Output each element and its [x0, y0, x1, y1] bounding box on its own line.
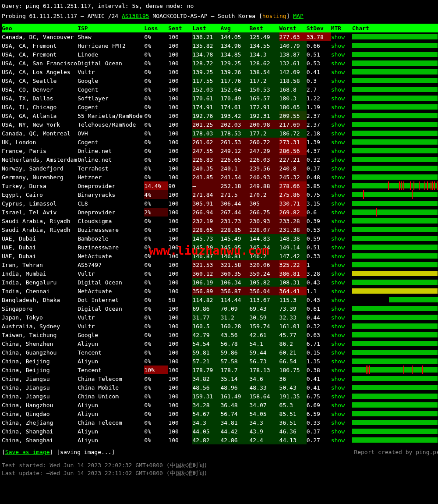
- cell-mtr[interactable]: show: [331, 181, 352, 190]
- cell-mtr[interactable]: show: [331, 208, 352, 217]
- cell-sent: 100: [168, 138, 192, 146]
- cell-mtr[interactable]: show: [331, 366, 352, 374]
- cell-chart: [352, 339, 438, 348]
- cell-geo: UAE, Dubai: [2, 252, 78, 260]
- cell-avg: 321.58: [220, 260, 249, 269]
- cell-worst: 277.63: [279, 32, 307, 41]
- cell-mtr[interactable]: show: [331, 32, 352, 41]
- cell-mtr[interactable]: show: [331, 59, 352, 67]
- cell-mtr[interactable]: show: [331, 409, 352, 418]
- cell-mtr[interactable]: show: [331, 129, 352, 138]
- cell-isp: Tencent: [78, 348, 144, 357]
- cell-sent: 100: [168, 146, 192, 155]
- cell-worst: 233.28: [279, 217, 307, 225]
- cell-isp: China Telecom: [78, 418, 144, 427]
- cell-mtr[interactable]: show: [331, 243, 352, 252]
- table-row: USA, TX, DallasSoftlayer0%100170.61170.4…: [2, 94, 438, 103]
- cell-best: 134.3: [250, 50, 279, 59]
- cell-mtr[interactable]: show: [331, 304, 352, 313]
- cell-worst: 180.05: [279, 103, 307, 111]
- cell-mtr[interactable]: show: [331, 401, 352, 409]
- cell-mtr[interactable]: show: [331, 199, 352, 208]
- cell-mtr[interactable]: show: [331, 138, 352, 146]
- cell-sent: 100: [168, 427, 192, 436]
- cell-mtr[interactable]: show: [331, 190, 352, 199]
- cell-loss: 10%: [144, 366, 168, 374]
- cell-chart: [352, 225, 438, 234]
- cell-last: 48.56: [192, 383, 220, 392]
- cell-last: 106.19: [192, 278, 220, 287]
- cell-chart: [352, 190, 438, 199]
- cell-mtr[interactable]: show: [331, 374, 352, 383]
- cell-stdev: 0.66: [307, 41, 331, 50]
- col-geo: Geo: [2, 24, 78, 32]
- cell-mtr[interactable]: show: [331, 252, 352, 260]
- cell-loss: 0%: [144, 252, 168, 260]
- cell-mtr[interactable]: show: [331, 269, 352, 278]
- cell-chart: [352, 138, 438, 146]
- cell-isp: Cogent: [78, 85, 144, 94]
- cell-mtr[interactable]: show: [331, 313, 352, 322]
- map-link[interactable]: MAP: [293, 13, 303, 19]
- cell-mtr[interactable]: show: [331, 85, 352, 94]
- table-row: China, BeijingTencent10%100178.79178.717…: [2, 366, 438, 374]
- cell-avg: 31.2: [220, 313, 249, 322]
- cell-mtr[interactable]: show: [331, 225, 352, 234]
- cell-best: 144.83: [250, 234, 279, 243]
- cell-best: 145.24: [250, 243, 279, 252]
- cell-sent: 100: [168, 85, 192, 94]
- table-row: Egypt, CairoBinaryracks4%100271.84271.52…: [2, 190, 438, 199]
- cell-mtr[interactable]: show: [331, 50, 352, 59]
- cell-mtr[interactable]: show: [331, 436, 352, 444]
- cell-sent: 100: [168, 366, 192, 374]
- table-row: Australia, SydneyVultr0%100160.5160.2815…: [2, 322, 438, 330]
- cell-best: 69.43: [250, 304, 279, 313]
- cell-mtr[interactable]: show: [331, 41, 352, 50]
- asn-link[interactable]: AS138195: [122, 13, 149, 19]
- cell-worst: 66.54: [279, 357, 307, 366]
- cell-chart: [352, 409, 438, 418]
- cell-avg: 117.76: [220, 76, 249, 85]
- cell-mtr[interactable]: show: [331, 418, 352, 427]
- cell-mtr[interactable]: show: [331, 392, 352, 401]
- cell-mtr[interactable]: show: [331, 278, 352, 287]
- cell-worst: 147.42: [279, 252, 307, 260]
- cell-mtr[interactable]: show: [331, 67, 352, 76]
- cell-mtr[interactable]: show: [331, 173, 352, 181]
- cell-mtr[interactable]: show: [331, 111, 352, 120]
- cell-mtr[interactable]: show: [331, 287, 352, 295]
- cell-mtr[interactable]: show: [331, 94, 352, 103]
- cell-mtr[interactable]: show: [331, 155, 352, 164]
- cell-isp: Google: [78, 330, 144, 339]
- cell-stdev: 0.48: [307, 173, 331, 181]
- cell-mtr[interactable]: show: [331, 217, 352, 225]
- cell-worst: 180.75: [279, 366, 307, 374]
- cell-mtr[interactable]: show: [331, 260, 352, 269]
- cell-mtr[interactable]: show: [331, 427, 352, 436]
- cell-isp: Aliyun: [78, 409, 144, 418]
- cell-mtr[interactable]: show: [331, 76, 352, 85]
- cell-isp: Buzinessware: [78, 225, 144, 234]
- cell-avg: 106.34: [220, 278, 249, 287]
- cell-last: 134.78: [192, 50, 220, 59]
- save-link[interactable]: Save as image: [5, 449, 50, 455]
- cell-mtr[interactable]: show: [331, 330, 352, 339]
- cell-mtr[interactable]: show: [331, 383, 352, 392]
- cell-mtr[interactable]: show: [331, 295, 352, 304]
- cell-mtr[interactable]: show: [331, 357, 352, 366]
- cell-last: 135.82: [192, 41, 220, 50]
- cell-mtr[interactable]: show: [331, 164, 352, 173]
- cell-mtr[interactable]: show: [331, 234, 352, 243]
- cell-mtr[interactable]: show: [331, 322, 352, 330]
- cell-mtr[interactable]: show: [331, 348, 352, 357]
- cell-avg: 261.53: [220, 138, 249, 146]
- cell-loss: 0%: [144, 164, 168, 173]
- table-row: China, JiangsuChina Telecom0%10034.8235.…: [2, 374, 438, 383]
- cell-sent: 100: [168, 418, 192, 427]
- cell-mtr[interactable]: show: [331, 120, 352, 129]
- cell-mtr[interactable]: show: [331, 103, 352, 111]
- cell-mtr[interactable]: show: [331, 339, 352, 348]
- cell-mtr[interactable]: show: [331, 146, 352, 155]
- cell-isp: Dot Internet: [78, 295, 144, 304]
- cell-last: 305.91: [192, 199, 220, 208]
